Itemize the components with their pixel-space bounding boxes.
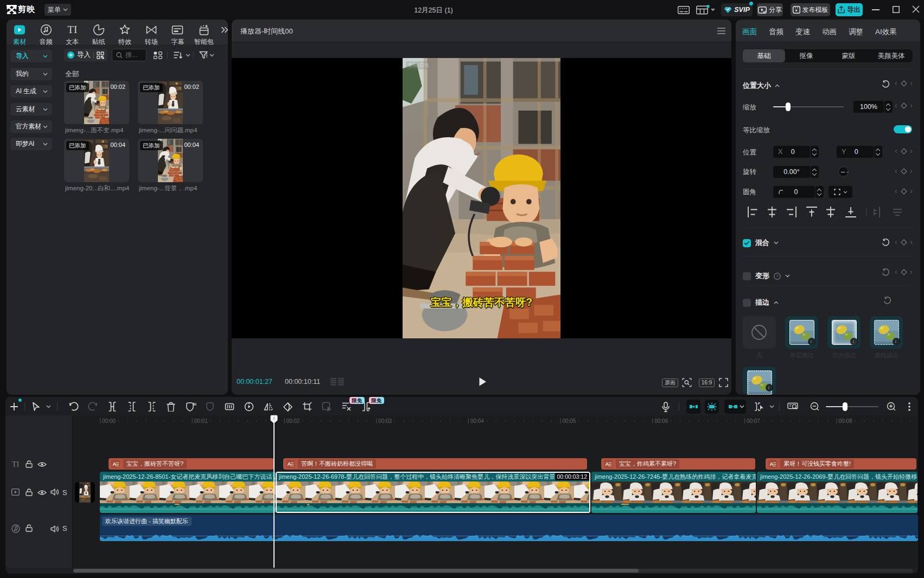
svg-text:AI: AI [193,402,196,406]
svg-text:00:05: 00:05 [563,418,576,424]
svg-text:00:07: 00:07 [747,418,760,424]
svg-text:00:08: 00:08 [839,418,852,424]
svg-text:00:01: 00:01 [194,418,208,424]
svg-text:?: ? [776,274,779,279]
svg-text:00:03: 00:03 [378,418,392,424]
svg-text:00:06: 00:06 [654,418,668,424]
svg-text:00:02: 00:02 [286,418,299,424]
svg-text:00:00: 00:00 [102,418,116,424]
svg-text:00:04: 00:04 [470,418,484,424]
